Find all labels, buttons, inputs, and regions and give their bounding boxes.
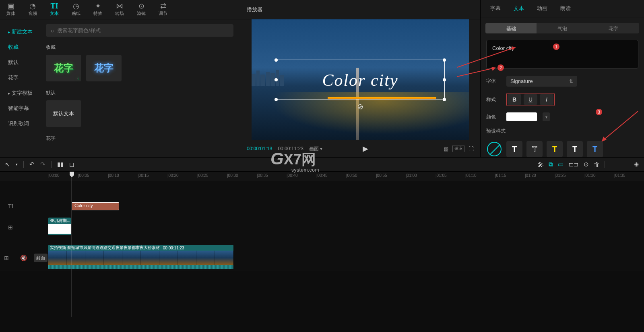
sidebar-huazi[interactable]: 花字 (0, 70, 39, 85)
cover-button[interactable]: 封面 (34, 254, 47, 262)
svg-marker-5 (602, 137, 607, 141)
cursor-dropdown-icon[interactable]: ▾ (16, 162, 18, 166)
preset-style-redoutline[interactable]: T (567, 141, 583, 157)
player-title: 播放器 (240, 0, 480, 19)
sidebar-default[interactable]: 默认 (0, 55, 39, 70)
search-input[interactable] (57, 27, 229, 33)
ruler-mark: |00:25 (197, 173, 208, 178)
ruler-mark: |00:15 (138, 173, 149, 178)
font-select[interactable]: Signature ⇅ (506, 76, 577, 87)
bold-button[interactable]: B (508, 94, 521, 105)
fit-button[interactable]: 适应 (452, 145, 464, 152)
italic-button[interactable]: I (540, 94, 553, 105)
watermark: GX7网 system.com (270, 149, 319, 173)
font-value: Signature (510, 78, 533, 84)
adjust-icon: ⇄ (160, 2, 166, 10)
sidebar-lyrics[interactable]: 识别歌词 (0, 116, 39, 131)
ruler-mark: |01:15 (495, 173, 506, 178)
svg-line-4 (602, 111, 638, 141)
text-preset-default[interactable]: 默认文本 (46, 100, 81, 127)
magnet-icon[interactable]: ⧉ (549, 161, 553, 168)
sidebar-new-text[interactable]: 新建文本 (0, 24, 39, 39)
tab-adjust[interactable]: ⇄调节 (152, 0, 174, 19)
section-favorites-label: 收藏 (46, 44, 233, 51)
tab-effects[interactable]: ✦特效 (87, 0, 109, 19)
ruler-mark: |00:10 (108, 173, 119, 178)
text-track[interactable]: TI Color city (48, 197, 644, 216)
video-clip[interactable]: 实拍视频 航拍城市风景街道道路交通夜景夜景都市夜大桥素材00:00:11:23 (48, 245, 233, 269)
sidebar-smart-subtitle[interactable]: 智能字幕 (0, 101, 39, 116)
tab-subtitle[interactable]: 字幕 (485, 5, 506, 12)
overlay-track-icon: ⊞ (8, 224, 13, 230)
ruler-mark: |01:00 (406, 173, 417, 178)
text-clip[interactable]: Color city (72, 202, 119, 210)
mute-icon[interactable]: 🔇 (20, 255, 27, 261)
ruler-mark: |01:05 (436, 173, 447, 178)
tab-animation[interactable]: 动画 (531, 5, 553, 12)
overlay-clip[interactable]: 4K几何期... (48, 218, 71, 235)
color-dropdown[interactable]: ▾ (543, 112, 550, 121)
preset-style-outline[interactable]: T (526, 141, 543, 157)
rotate-handle-icon[interactable]: ⟲ (358, 104, 363, 109)
underline-button[interactable]: U (524, 94, 537, 105)
text-preset-green[interactable]: 花字↓ (46, 55, 81, 81)
search-bar[interactable]: ⌕ (46, 24, 233, 37)
play-button[interactable]: ▶ (363, 144, 368, 153)
tab-media[interactable]: ▣媒体 (0, 0, 22, 19)
preset-style-blue[interactable]: T (587, 141, 603, 157)
ruler-mark: |00:35 (257, 173, 268, 178)
annotation-2: 2 (497, 64, 504, 71)
delete-icon[interactable]: 🗑 (594, 161, 600, 168)
subtab-basic[interactable]: 基础 (485, 23, 537, 33)
split-tool[interactable]: ▮▮ (57, 161, 64, 168)
tab-sticker[interactable]: ◷贴纸 (65, 0, 87, 19)
preset-style-yellow[interactable]: T (547, 141, 563, 157)
redo-button[interactable]: ↷ (40, 161, 45, 168)
subtab-huazi[interactable]: 花字 (588, 23, 639, 33)
mic-icon[interactable]: 🎤︎ (538, 161, 544, 168)
video-track[interactable]: ⊞ 🔇 封面 实拍视频 航拍城市风景街道道路交通夜景夜景都市夜大桥素材00:00… (48, 245, 644, 271)
align-icon[interactable]: ⊏⊐ (568, 161, 579, 168)
tab-text[interactable]: TI文本 (43, 0, 65, 19)
tab-filter[interactable]: ⊙滤镜 (130, 0, 152, 19)
playhead[interactable] (72, 172, 72, 317)
snapshot-icon[interactable]: ▧ (444, 146, 448, 152)
tab-text-inspector[interactable]: 文本 (508, 5, 530, 12)
fullscreen-icon[interactable]: ⛶ (469, 146, 474, 152)
overlay-text: Color city (276, 60, 444, 100)
time-current: 00:00:01:13 (247, 146, 272, 151)
cursor-tool[interactable]: ↖ (5, 161, 10, 168)
preview-icon[interactable]: ⊙ (584, 161, 589, 168)
effects-icon: ✦ (95, 2, 101, 10)
ruler-mark: |00:05 (78, 173, 89, 178)
zoom-icon[interactable]: ⊕ (634, 161, 639, 168)
overlay-track[interactable]: ⊞ 4K几何期... (48, 218, 644, 237)
timeline-ruler[interactable]: |00:00|00:05|00:10|00:15|00:20|00:25|00:… (0, 172, 644, 181)
text-library-panel: ▣媒体 ◔音频 TI文本 ◷贴纸 ✦特效 ⋈转场 ⊙滤镜 ⇄调节 新建文本 收藏… (0, 0, 240, 157)
filter-icon: ⊙ (138, 2, 144, 10)
subtab-bubble[interactable]: 气泡 (537, 23, 588, 33)
inspector-sub-tabs: 基础 气泡 花字 (485, 23, 639, 33)
sidebar-templates[interactable]: 文字模板 (0, 85, 39, 101)
preset-style-none[interactable] (486, 141, 502, 157)
crop-tool[interactable]: ◻ (69, 161, 74, 168)
ruler-mark: |01:20 (525, 173, 536, 178)
download-icon: ↓ (77, 75, 79, 80)
text-track-icon: TI (8, 203, 13, 210)
tab-read[interactable]: 朗读 (555, 5, 576, 12)
text-overlay-box[interactable]: Color city ⟲ (276, 60, 445, 100)
preset-style-white[interactable]: T (506, 141, 522, 157)
video-frame: Color city ⟲ (252, 19, 469, 140)
transition-icon: ⋈ (116, 2, 123, 10)
ruler-mark: |00:50 (346, 173, 357, 178)
text-preset-blue[interactable]: 花字 (86, 55, 122, 81)
ruler-mark: |00:45 (316, 173, 328, 178)
tab-transition[interactable]: ⋈转场 (109, 0, 130, 19)
color-swatch[interactable] (506, 112, 537, 121)
section-default-label: 默认 (46, 89, 233, 96)
undo-button[interactable]: ↶ (29, 161, 35, 168)
tab-audio[interactable]: ◔音频 (22, 0, 43, 19)
sidebar-favorites[interactable]: 收藏 (0, 39, 39, 55)
player-viewport[interactable]: Color city ⟲ (240, 19, 480, 140)
link-icon[interactable]: ▭ (558, 161, 564, 168)
